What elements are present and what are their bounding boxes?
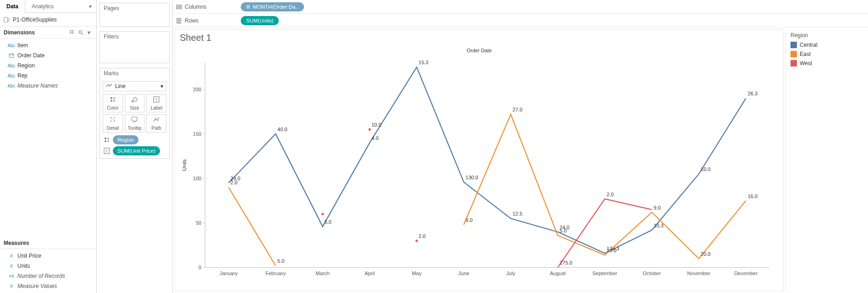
cards-panel: Pages Filters Marks Line ▾ ColorSizeTLab… bbox=[97, 0, 173, 293]
search-fields-icon[interactable] bbox=[77, 29, 84, 36]
field-item[interactable]: AbcItem bbox=[0, 40, 96, 50]
svg-point-82 bbox=[321, 213, 324, 215]
svg-point-13 bbox=[132, 100, 133, 102]
svg-text:July: July bbox=[506, 271, 515, 276]
svg-text:0: 0 bbox=[199, 265, 201, 270]
svg-point-24 bbox=[107, 138, 109, 139]
color-icon bbox=[103, 136, 111, 144]
tab-data[interactable]: Data bbox=[0, 0, 25, 13]
svg-text:March: March bbox=[315, 271, 330, 276]
field-label: Unit Price bbox=[17, 253, 41, 259]
svg-rect-32 bbox=[177, 18, 182, 19]
field-item[interactable]: AbcMeasure Names bbox=[0, 81, 96, 91]
svg-point-9 bbox=[111, 97, 112, 99]
dimensions-list: AbcItemOrder DateAbcRegionAbcRepAbcMeasu… bbox=[0, 39, 96, 93]
legend-item[interactable]: Central bbox=[791, 40, 862, 50]
svg-rect-31 bbox=[181, 4, 182, 9]
rows-pill-label: SUM(Units) bbox=[246, 18, 273, 23]
swatch bbox=[791, 60, 797, 66]
viz-container: Sheet 1 Order DateUnits050100150200Janua… bbox=[175, 29, 784, 291]
svg-text:10.3: 10.3 bbox=[654, 223, 664, 228]
svg-point-26 bbox=[107, 140, 109, 142]
svg-text:4.0: 4.0 bbox=[371, 135, 378, 141]
svg-text:November: November bbox=[687, 271, 711, 276]
mark-pill[interactable]: SUM(Unit Price) bbox=[113, 146, 160, 155]
svg-text:April: April bbox=[365, 271, 375, 276]
data-side-panel: Data Analytics ▾ P1-OfficeSupplies Dimen… bbox=[0, 0, 97, 293]
legend-label: East bbox=[800, 51, 811, 57]
svg-text:9.0: 9.0 bbox=[654, 205, 661, 210]
svg-text:26.3: 26.3 bbox=[748, 91, 758, 96]
svg-rect-34 bbox=[177, 22, 182, 23]
svg-point-5 bbox=[79, 30, 82, 33]
field-label: Rep bbox=[17, 72, 28, 79]
svg-text:16.0: 16.0 bbox=[607, 248, 617, 253]
field-label: Region bbox=[17, 62, 35, 69]
pages-card[interactable]: Pages bbox=[100, 3, 170, 27]
field-item[interactable]: #Unit Price bbox=[0, 251, 96, 261]
legend-label: West bbox=[800, 60, 812, 66]
columns-label: Columns bbox=[185, 4, 206, 10]
mark-path-button[interactable]: Path bbox=[146, 114, 166, 133]
datasource-row[interactable]: P1-OfficeSupplies bbox=[0, 13, 96, 27]
columns-icon bbox=[176, 4, 182, 10]
svg-point-19 bbox=[111, 121, 111, 122]
tab-analytics[interactable]: Analytics bbox=[25, 0, 60, 13]
svg-line-6 bbox=[82, 33, 83, 34]
fields-menu-icon[interactable]: ▾ bbox=[85, 29, 93, 36]
pages-title: Pages bbox=[100, 3, 169, 13]
columns-pill[interactable]: ⊞ MONTH(Order Da.. bbox=[241, 2, 304, 11]
datasource-icon bbox=[4, 17, 10, 23]
columns-shelf[interactable]: Columns ⊞ MONTH(Order Da.. bbox=[173, 0, 868, 14]
mark-label-button[interactable]: TLabel bbox=[146, 94, 166, 112]
svg-point-11 bbox=[111, 100, 112, 102]
svg-rect-33 bbox=[177, 20, 182, 22]
field-item[interactable]: #Measure Values bbox=[0, 281, 96, 291]
legend-item[interactable]: West bbox=[791, 59, 862, 68]
svg-text:Order Date: Order Date bbox=[467, 48, 492, 53]
field-item[interactable]: AbcRep bbox=[0, 71, 96, 81]
mark-tooltip-button[interactable]: Tooltip bbox=[125, 114, 145, 133]
expand-icon: ⊞ bbox=[246, 4, 250, 9]
svg-point-84 bbox=[415, 239, 418, 242]
svg-text:100: 100 bbox=[193, 176, 201, 181]
svg-text:12.5: 12.5 bbox=[513, 211, 523, 216]
columns-pill-label: MONTH(Order Da.. bbox=[253, 4, 299, 10]
mark-pill[interactable]: Region bbox=[113, 135, 138, 144]
filters-card[interactable]: Filters bbox=[100, 31, 170, 63]
tab-overflow-icon[interactable]: ▾ bbox=[86, 2, 94, 11]
svg-text:50: 50 bbox=[196, 220, 201, 226]
mark-size-button[interactable]: Size bbox=[125, 94, 145, 112]
mark-btn-label: Label bbox=[150, 105, 162, 111]
svg-rect-22 bbox=[132, 117, 137, 121]
mark-detail-button[interactable]: Detail bbox=[103, 114, 123, 133]
mark-btn-label: Path bbox=[151, 125, 161, 131]
field-item[interactable]: =#Number of Records bbox=[0, 271, 96, 281]
svg-rect-1 bbox=[70, 30, 72, 31]
chevron-down-icon: ▾ bbox=[160, 83, 163, 89]
field-item[interactable]: #Units bbox=[0, 261, 96, 271]
view-options-icon[interactable] bbox=[69, 29, 76, 36]
svg-rect-3 bbox=[70, 32, 72, 33]
legend-label: Central bbox=[800, 42, 818, 48]
svg-text:130.0: 130.0 bbox=[465, 175, 478, 180]
sheet-title[interactable]: Sheet 1 bbox=[180, 33, 779, 43]
svg-point-18 bbox=[114, 117, 115, 118]
detail-icon bbox=[109, 116, 116, 124]
svg-text:275.0: 275.0 bbox=[559, 260, 572, 265]
field-label: Units bbox=[17, 263, 30, 269]
mark-color-button[interactable]: Color bbox=[103, 94, 123, 112]
mark-type-selector[interactable]: Line ▾ bbox=[103, 81, 166, 91]
svg-text:T: T bbox=[155, 98, 158, 102]
svg-text:Units: Units bbox=[182, 159, 187, 171]
field-item[interactable]: AbcRegion bbox=[0, 61, 96, 71]
rows-pill[interactable]: SUM(Units) bbox=[241, 16, 279, 25]
svg-rect-30 bbox=[178, 4, 180, 9]
field-label: Measure Values bbox=[17, 283, 57, 289]
legend-item[interactable]: East bbox=[791, 50, 862, 59]
field-item[interactable]: Order Date bbox=[0, 50, 96, 61]
rows-shelf[interactable]: Rows SUM(Units) bbox=[173, 14, 868, 28]
mark-type-label: Line bbox=[115, 83, 126, 89]
field-label: Item bbox=[17, 42, 28, 49]
chart-area[interactable]: Order DateUnits050100150200JanuaryFebrua… bbox=[180, 44, 779, 286]
